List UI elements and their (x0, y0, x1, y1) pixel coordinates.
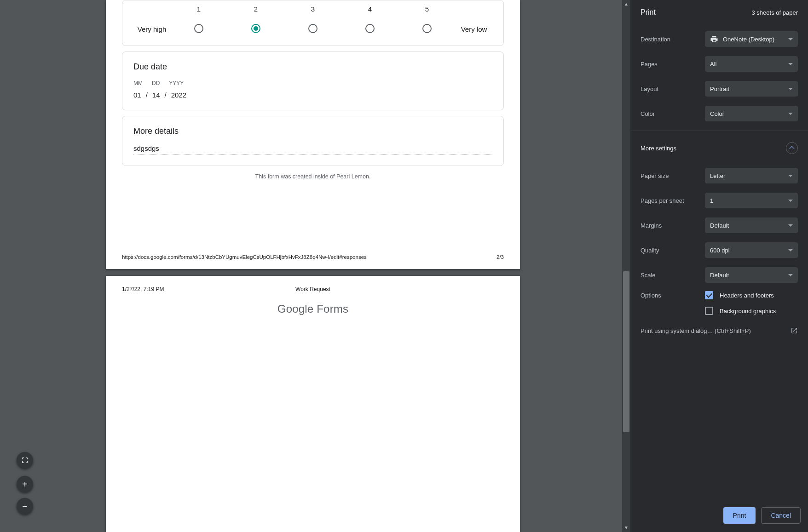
scale-row: Scale Default (630, 263, 808, 287)
paper-size-select[interactable]: Letter (705, 168, 798, 183)
chevron-down-icon (788, 38, 793, 40)
scale-radio-4 (365, 24, 375, 33)
layout-value: Portrait (710, 86, 729, 92)
fit-page-icon (21, 457, 29, 464)
margins-label: Margins (641, 222, 705, 229)
sidebar-header: Print 3 sheets of paper (630, 0, 808, 27)
color-select[interactable]: Color (705, 106, 798, 121)
quality-label: Quality (641, 247, 705, 254)
chevron-down-icon (788, 175, 793, 177)
open-external-icon (791, 327, 798, 334)
date-header-labels: MM DD YYYY (133, 80, 492, 86)
sidebar-actions: Print Cancel (723, 507, 801, 524)
date-yyyy: 2022 (171, 91, 186, 99)
print-button[interactable]: Print (723, 507, 756, 524)
scale-left-label: Very high (133, 25, 170, 33)
scroll-up-arrow[interactable]: ▲ (622, 0, 630, 8)
background-graphics-label: Background graphics (720, 308, 776, 315)
quality-select[interactable]: 600 dpi (705, 242, 798, 258)
pages-row: Pages All (630, 51, 808, 76)
scale-num: 2 (227, 5, 284, 13)
minus-icon: − (22, 501, 28, 512)
layout-select[interactable]: Portrait (705, 81, 798, 97)
scale-num: 1 (170, 5, 227, 13)
pages-per-sheet-select[interactable]: 1 (705, 193, 798, 208)
paper-size-value: Letter (710, 172, 725, 179)
print-sidebar: Print 3 sheets of paper Destination OneN… (630, 0, 808, 532)
mm-label: MM (133, 80, 143, 86)
date-sep: / (146, 91, 148, 99)
page2-footer-url: https://docs.google.com/forms/d/13NtzbCb… (122, 254, 367, 260)
margins-select[interactable]: Default (705, 217, 798, 233)
scale-num: 4 (341, 5, 398, 13)
sheet-count: 3 sheets of paper (752, 9, 798, 16)
rating-scale-card: 1 2 3 4 5 Very high Very low (122, 0, 504, 46)
pages-label: Pages (641, 61, 705, 68)
scale-num: 5 (398, 5, 456, 13)
page2-footer: https://docs.google.com/forms/d/13NtzbCb… (106, 254, 520, 260)
preview-page-3: 1/27/22, 7:19 PM Work Request Google For… (106, 276, 520, 532)
chevron-down-icon (788, 88, 793, 90)
chevron-down-icon (788, 274, 793, 276)
date-value-row: 01 / 14 / 2022 (133, 91, 492, 99)
margins-row: Margins Default (630, 213, 808, 238)
scale-radio-2 (251, 24, 260, 33)
sidebar-title: Print (641, 8, 656, 17)
forms-logo-text: Forms (313, 303, 348, 315)
chevron-down-icon (788, 200, 793, 202)
system-dialog-text: Print using system dialog… (Ctrl+Shift+P… (641, 327, 751, 334)
options-row-bg: Background graphics (630, 303, 808, 319)
chevron-down-icon (788, 63, 793, 65)
google-forms-logo: Google Forms (106, 303, 520, 315)
background-graphics-checkbox[interactable] (705, 307, 713, 315)
zoom-out-button[interactable]: − (17, 498, 33, 515)
more-details-title: More details (133, 126, 492, 136)
layout-row: Layout Portrait (630, 76, 808, 101)
scale-setting-label: Scale (641, 272, 705, 279)
scroll-down-arrow[interactable]: ▼ (622, 524, 630, 532)
headers-footers-label: Headers and footers (720, 292, 774, 299)
layout-label: Layout (641, 86, 705, 92)
preview-scrollbar[interactable]: ▲ ▼ (622, 0, 630, 532)
margins-value: Default (710, 222, 729, 229)
zoom-controls: + − (17, 452, 33, 515)
more-details-card: More details sdgsdgs (122, 116, 504, 166)
scale-right-label: Very low (456, 25, 492, 33)
page2-footer-num: 2/3 (496, 254, 504, 260)
scale-value: Default (710, 272, 729, 279)
color-value: Color (710, 110, 724, 117)
preview-page-2: 1 2 3 4 5 Very high Very low Due dat (106, 0, 520, 269)
scale-select[interactable]: Default (705, 267, 798, 283)
fit-page-button[interactable] (17, 452, 33, 469)
pages-value: All (710, 61, 716, 68)
pages-per-sheet-label: Pages per sheet (641, 197, 705, 204)
destination-select[interactable]: OneNote (Desktop) (705, 31, 798, 47)
scale-radio-5 (422, 24, 432, 33)
quality-value: 600 dpi (710, 247, 730, 254)
scale-num: 3 (284, 5, 341, 13)
sidebar-divider (630, 131, 808, 131)
paper-size-label: Paper size (641, 172, 705, 179)
pages-select[interactable]: All (705, 56, 798, 72)
printer-icon (710, 35, 718, 43)
dd-label: DD (152, 80, 160, 86)
scroll-thumb[interactable] (623, 271, 629, 432)
zoom-in-button[interactable]: + (17, 476, 33, 492)
destination-label: Destination (641, 36, 705, 43)
color-label: Color (641, 110, 705, 117)
headers-footers-checkbox[interactable] (705, 291, 713, 299)
system-dialog-link[interactable]: Print using system dialog… (Ctrl+Shift+P… (630, 319, 808, 343)
color-row: Color Color (630, 101, 808, 126)
date-mm: 01 (133, 91, 141, 99)
page3-header: 1/27/22, 7:19 PM Work Request (106, 286, 520, 292)
paper-size-row: Paper size Letter (630, 163, 808, 188)
more-settings-label: More settings (641, 145, 676, 152)
date-sep: / (165, 91, 167, 99)
cancel-button-label: Cancel (771, 512, 791, 519)
cancel-button[interactable]: Cancel (761, 507, 801, 524)
more-settings-toggle[interactable]: More settings (630, 133, 808, 163)
options-label: Options (641, 292, 705, 299)
quality-row: Quality 600 dpi (630, 238, 808, 263)
destination-value: OneNote (Desktop) (723, 36, 774, 43)
chevron-up-icon (786, 142, 798, 154)
